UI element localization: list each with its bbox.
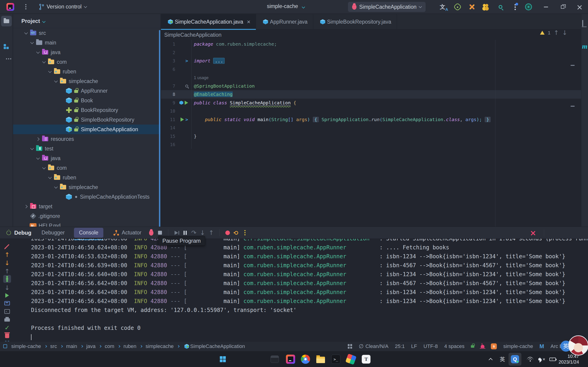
file-explorer-icon[interactable] <box>316 355 325 364</box>
crumb-class[interactable]: SimpleCacheApplication <box>190 343 245 349</box>
scrollbar-mark[interactable] <box>571 106 575 107</box>
material-theme-m-icon[interactable]: M <box>540 343 544 350</box>
gutter-search-icon[interactable] <box>185 85 188 87</box>
inspections-widget[interactable]: 1 ↑ ↓ <box>540 29 567 36</box>
run-configuration-widget[interactable]: SimpleCacheApplication <box>348 2 426 12</box>
tree-item-apprunner[interactable]: AppRunner <box>13 86 161 96</box>
vcs-status-widget[interactable]: ∅Clean/N/A <box>359 343 389 350</box>
crumb-java[interactable]: java <box>86 343 95 349</box>
editor-breadcrumb[interactable]: SimpleCacheApplication <box>161 30 581 40</box>
stop-button[interactable] <box>156 228 164 237</box>
chrome-icon[interactable] <box>301 355 310 364</box>
git-branch-widget[interactable]: simple-cache <box>503 343 533 349</box>
tray-expand-chevron[interactable] <box>489 351 492 367</box>
project-selector[interactable]: simple-cache <box>264 3 304 9</box>
prev-problem-icon[interactable]: ↑ <box>554 29 559 36</box>
intellij-logo-icon[interactable] <box>6 3 14 11</box>
window-minimize-button[interactable] <box>542 3 550 10</box>
crumb-com[interactable]: com <box>105 343 114 349</box>
folded-brace[interactable]: { <box>313 117 319 122</box>
resume-button[interactable] <box>172 228 181 237</box>
project-panel-header[interactable]: Project <box>13 14 161 28</box>
crumb-project[interactable]: simple-cache <box>11 343 41 349</box>
tree-item-target[interactable]: target <box>13 202 161 211</box>
project-tool-button[interactable] <box>1 16 12 26</box>
tree-item-main[interactable]: main <box>13 38 161 48</box>
ime-indicator[interactable]: 英 <box>500 351 505 367</box>
volume-muted-icon[interactable]: × <box>538 351 545 367</box>
tree-item-helpmd[interactable]: M↓HELP.md <box>13 221 161 227</box>
battery-saver-icon[interactable]: ☾ <box>549 351 556 367</box>
line-separator-widget[interactable]: LF <box>411 343 417 349</box>
tree-item-gitignore[interactable]: .gitignore <box>13 211 161 221</box>
code-with-me-users-icon[interactable] <box>482 3 490 10</box>
tab-apprunner[interactable]: AppRunner.java <box>256 14 313 30</box>
tree-item-src[interactable]: src <box>13 28 161 38</box>
tree-item-test-ruben[interactable]: ruben <box>13 173 161 182</box>
scrollbar-mark[interactable] <box>571 65 575 66</box>
commit-tool-button[interactable] <box>1 42 12 52</box>
tree-item-bookrepository[interactable]: BookRepository <box>13 105 161 115</box>
tab-close-icon[interactable]: × <box>247 18 250 25</box>
app-window-icon[interactable] <box>270 355 279 364</box>
indent-widget[interactable]: 4 spaces <box>444 343 464 349</box>
step-out-button[interactable]: ↑ <box>207 228 216 237</box>
vcs-widget[interactable]: Version control <box>47 4 82 10</box>
view-breakpoints-button[interactable] <box>223 228 232 237</box>
user-avatar[interactable] <box>525 3 532 10</box>
tools-icon[interactable] <box>468 3 476 10</box>
tree-item-resources[interactable]: resources <box>13 134 161 144</box>
debug-options-kebab-icon[interactable] <box>241 228 250 237</box>
crumb-main[interactable]: main <box>66 343 77 349</box>
tree-item-simplecache[interactable]: simplecache <box>13 76 161 86</box>
floating-avatar[interactable] <box>568 335 588 356</box>
tab-simplecacheapplication[interactable]: SimpleCacheApplication.java × <box>161 14 256 30</box>
console-output[interactable]: 2023-01-24T10:46:50.616+08:00 INFO 42880… <box>0 239 588 342</box>
spring-badge-icon[interactable]: s <box>491 343 497 349</box>
folded-brace[interactable]: } <box>485 117 491 122</box>
run-config-chevron-down-icon[interactable] <box>419 5 422 8</box>
folded-imports[interactable]: ... <box>213 58 225 64</box>
tree-item-test-com[interactable]: com <box>13 163 161 173</box>
translate-icon[interactable]: 文A <box>439 3 447 10</box>
rerun-debug-button[interactable] <box>147 228 156 237</box>
fold-expand-icon[interactable]: > <box>185 115 188 124</box>
writable-lock-icon[interactable] <box>471 345 474 348</box>
start-button[interactable] <box>218 355 227 364</box>
tree-item-test-simplecache[interactable]: simplecache <box>13 182 161 192</box>
material-theme-icon[interactable]: m <box>582 42 587 50</box>
pause-button[interactable] <box>181 228 190 237</box>
crumb-src[interactable]: src <box>50 343 57 349</box>
tab-actuator[interactable]: Actuator <box>122 230 141 236</box>
tree-item-java[interactable]: java <box>13 48 161 57</box>
alarm-icon[interactable] <box>481 345 484 348</box>
vcs-chevron-down-icon[interactable] <box>84 5 87 8</box>
notifications-bell-icon[interactable] <box>582 20 583 27</box>
caret-position-widget[interactable]: 25:1 <box>395 343 405 349</box>
window-restore-button[interactable] <box>559 3 566 10</box>
tab-debugger[interactable]: Debugger <box>42 230 65 236</box>
mute-breakpoints-button[interactable] <box>232 228 241 237</box>
main-menu-kebab-icon[interactable] <box>25 6 26 7</box>
step-over-button[interactable]: ↷ <box>190 228 198 237</box>
crumb-ruben[interactable]: ruben <box>124 343 137 349</box>
gutter-class-icon[interactable] <box>179 101 183 105</box>
more-tools-button[interactable] <box>1 53 12 64</box>
tree-item-com[interactable]: com <box>13 57 161 67</box>
tree-item-simplecacheapplicationtests[interactable]: SimpleCacheApplicationTests <box>13 192 161 202</box>
project-scrollbar[interactable] <box>159 30 160 227</box>
tree-item-book[interactable]: Book <box>13 96 161 105</box>
terminal-app-icon[interactable]: >_ <box>331 355 340 364</box>
tree-item-test-java[interactable]: java <box>13 153 161 163</box>
typora-icon[interactable]: T <box>362 355 371 364</box>
settings-kebab-icon[interactable] <box>511 3 519 10</box>
gutter-run-main-icon[interactable] <box>181 117 184 122</box>
gutter-run-icon[interactable] <box>185 101 188 105</box>
wifi-icon[interactable] <box>527 351 533 367</box>
colorful-app-icon[interactable] <box>346 355 355 364</box>
step-into-button[interactable]: ↓ <box>198 228 207 237</box>
tree-item-simplecacheapplication[interactable]: SimpleCacheApplication <box>13 125 161 134</box>
tab-simplebookrepository[interactable]: SimpleBookRepository.java <box>313 14 397 30</box>
qq-tray-icon[interactable]: Q <box>509 351 521 367</box>
atom-plugin-icon[interactable] <box>454 3 461 10</box>
